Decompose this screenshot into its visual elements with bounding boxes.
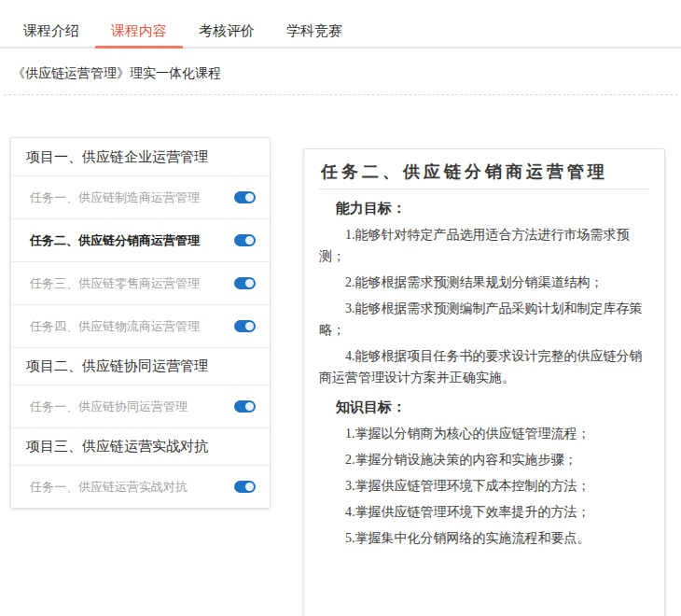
task-item-1-4[interactable]: 任务四、供应链物流商运营管理 [11, 304, 270, 347]
knowledge-goals-heading: 知识目标： [336, 397, 649, 418]
toggle-knob [245, 322, 254, 330]
tab-course-intro[interactable]: 课程介绍 [7, 23, 95, 47]
task-label: 任务一、供应链协同运营管理 [30, 399, 188, 415]
toggle-switch[interactable] [234, 400, 256, 413]
project-header-3: 项目三、供应链运营实战对抗 [11, 427, 270, 465]
knowledge-goal-item: 4.掌握供应链管理环境下效率提升的方法； [319, 501, 649, 523]
task-label: 任务三、供应链零售商运营管理 [30, 275, 200, 292]
ability-goal-item: 4.能够根据项目任务书的要求设计完整的供应链分销商运营管理设计方案并正确实施。 [319, 345, 649, 388]
ability-goals-heading: 能力目标： [336, 198, 649, 219]
toggle-knob [245, 193, 254, 202]
toggle-switch[interactable] [234, 481, 256, 493]
dashed-divider [4, 94, 677, 95]
task-item-1-1[interactable]: 任务一、供应链制造商运营管理 [11, 175, 270, 218]
toggle-switch[interactable] [234, 191, 256, 203]
toggle-switch[interactable] [234, 234, 256, 246]
knowledge-goal-item: 5.掌握集中化分销网络的实施流程和要点。 [319, 527, 649, 549]
toggle-knob [245, 483, 254, 491]
task-item-1-2[interactable]: 任务二、供应链分销商运营管理 [11, 218, 270, 261]
course-breadcrumb: 《供应链运营管理》理实一体化课程 [12, 63, 681, 82]
tab-assessment[interactable]: 考核评价 [183, 23, 271, 47]
tab-competition[interactable]: 学科竞赛 [271, 23, 358, 47]
ability-goal-item: 1.能够针对特定产品选用适合方法进行市场需求预测； [319, 224, 649, 267]
task-item-1-3[interactable]: 任务三、供应链零售商运营管理 [11, 261, 270, 304]
task-detail-panel: 任务二、供应链分销商运营管理 能力目标： 1.能够针对特定产品选用适合方法进行市… [303, 148, 665, 616]
knowledge-goal-item: 2.掌握分销设施决策的内容和实施步骤； [319, 449, 649, 470]
task-item-3-1[interactable]: 任务一、供应链运营实战对抗 [11, 465, 270, 508]
knowledge-goal-item: 3.掌握供应链管理环境下成本控制的方法； [319, 475, 649, 497]
knowledge-goal-item: 1.掌握以分销商为核心的供应链管理流程； [319, 423, 649, 444]
task-label: 任务二、供应链分销商运营管理 [30, 232, 200, 249]
task-item-2-1[interactable]: 任务一、供应链协同运营管理 [11, 385, 270, 427]
toggle-knob [245, 279, 254, 287]
task-label: 任务一、供应链运营实战对抗 [30, 479, 188, 496]
task-label: 任务一、供应链制造商运营管理 [30, 189, 200, 206]
project-header-2: 项目二、供应链协同运营管理 [11, 347, 270, 385]
toggle-knob [245, 402, 254, 411]
project-header-1: 项目一、供应链企业运营管理 [11, 138, 270, 175]
course-outline-panel: 项目一、供应链企业运营管理 任务一、供应链制造商运营管理 任务二、供应链分销商运… [10, 137, 271, 509]
toggle-switch[interactable] [234, 320, 256, 332]
task-title: 任务二、供应链分销商运营管理 [319, 160, 649, 189]
toggle-switch[interactable] [234, 277, 256, 289]
tab-bar: 课程介绍 课程内容 考核评价 学科竞赛 [0, 0, 681, 49]
tab-course-content[interactable]: 课程内容 [95, 23, 183, 49]
task-label: 任务四、供应链物流商运营管理 [30, 318, 200, 335]
ability-goal-item: 2.能够根据需求预测结果规划分销渠道结构； [319, 272, 649, 293]
ability-goal-item: 3.能够根据需求预测编制产品采购计划和制定库存策略； [319, 298, 649, 341]
toggle-knob [245, 236, 254, 245]
